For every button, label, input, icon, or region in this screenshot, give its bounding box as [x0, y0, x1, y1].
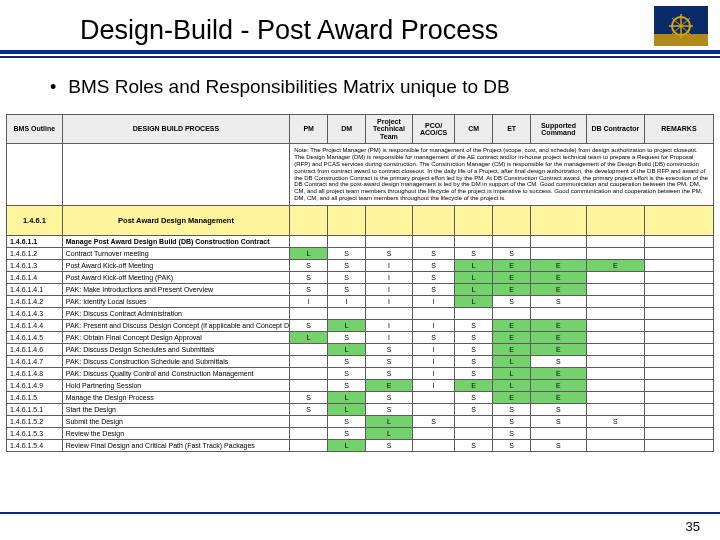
col-process: DESIGN BUILD PROCESS	[62, 115, 289, 144]
header-divider	[0, 50, 720, 58]
col-pco: PCO/ ACO/CS	[412, 115, 454, 144]
section-header-row: 1.4.6.1Post Award Design Management	[7, 206, 714, 236]
bullet-text: BMS Roles and Responsibilities Matrix un…	[68, 76, 509, 98]
table-row: 1.4.6.1.3Post Award Kick-off MeetingSSIS…	[7, 260, 714, 272]
col-cmd: Supported Command	[531, 115, 587, 144]
table-header-row: BMS Outline DESIGN BUILD PROCESS PM DM P…	[7, 115, 714, 144]
col-dm: DM	[328, 115, 366, 144]
col-dbc: DB Contractor	[586, 115, 644, 144]
col-ptt: Project Technical Team	[366, 115, 413, 144]
table-row: 1.4.6.1.4.1PAK: Make Introductions and P…	[7, 284, 714, 296]
col-pm: PM	[290, 115, 328, 144]
footer-divider	[0, 512, 720, 514]
table-row: 1.4.6.1.4.9Hold Partnering SessionSEIELE	[7, 380, 714, 392]
table-row: 1.4.6.1.4.8PAK: Discuss Quality Control …	[7, 368, 714, 380]
col-remarks: REMARKS	[644, 115, 713, 144]
col-outline: BMS Outline	[7, 115, 63, 144]
table-row: 1.4.6.1.5.3Review the DesignSLS	[7, 428, 714, 440]
sub-header-row: 1.4.6.1.1Manage Post Award Design Build …	[7, 236, 714, 248]
note-row: Note: The Project Manager (PM) is respon…	[7, 144, 714, 206]
table-row: 1.4.6.1.4.4PAK: Present and Discuss Desi…	[7, 320, 714, 332]
col-cm: CM	[455, 115, 493, 144]
table-row: 1.4.6.1.4Post Award Kick-off Meeting (PA…	[7, 272, 714, 284]
table-row: 1.4.6.1.5Manage the Design ProcessSLSSEE	[7, 392, 714, 404]
table-row: 1.4.6.1.4.5PAK: Obtain Final Concept Des…	[7, 332, 714, 344]
table-row: 1.4.6.1.4.2PAK: Identify Local IssuesIII…	[7, 296, 714, 308]
page-title: Design-Build - Post Award Process	[80, 15, 498, 46]
page-number: 35	[686, 519, 700, 534]
table-row: 1.4.6.1.4.3PAK: Discuss Contract Adminis…	[7, 308, 714, 320]
note-text: Note: The Project Manager (PM) is respon…	[290, 144, 714, 206]
table-row: 1.4.6.1.5.2Submit the DesignSLSSSS	[7, 416, 714, 428]
roles-matrix-table: BMS Outline DESIGN BUILD PROCESS PM DM P…	[6, 114, 714, 452]
col-et: ET	[493, 115, 531, 144]
table-row: 1.4.6.1.5.4Review Final Design and Criti…	[7, 440, 714, 452]
table-row: 1.4.6.1.4.7PAK: Discuss Construction Sch…	[7, 356, 714, 368]
table-row: 1.4.6.1.2Contract Turnover meetingLSSSSS	[7, 248, 714, 260]
navfac-logo	[654, 6, 708, 46]
table-row: 1.4.6.1.5.1Start the DesignSLSSSS	[7, 404, 714, 416]
bullet-row: • BMS Roles and Responsibilities Matrix …	[0, 58, 720, 110]
compass-icon	[667, 14, 695, 38]
table-row: 1.4.6.1.4.6PAK: Discuss Design Schedules…	[7, 344, 714, 356]
bullet-icon: •	[50, 78, 56, 96]
